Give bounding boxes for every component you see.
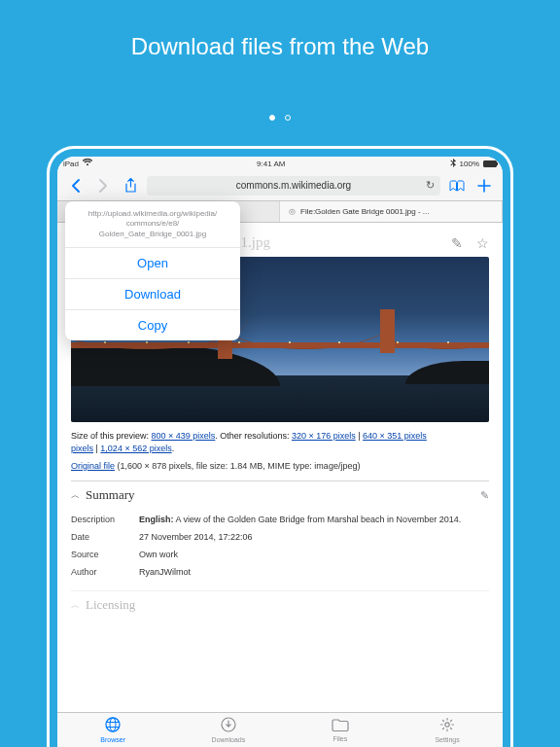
link-res-320[interactable]: 320 × 176 pixels xyxy=(292,431,356,441)
summary-table: DescriptionEnglish: A view of the Golden… xyxy=(71,511,469,581)
link-original-file[interactable]: Original file xyxy=(71,461,115,471)
table-row: AuthorRyanJWilmot xyxy=(71,563,469,581)
reload-icon[interactable]: ↻ xyxy=(426,179,435,192)
section-summary: ︿Summary ✎ DescriptionEnglish: A view of… xyxy=(71,480,489,581)
new-tab-button[interactable] xyxy=(473,175,495,196)
forward-button[interactable] xyxy=(92,175,114,196)
star-icon[interactable]: ☆ xyxy=(476,235,489,251)
tab-file[interactable]: ◎ File:Golden Gate Bridge 0001.jpg - ... xyxy=(280,201,503,222)
page-dot-2 xyxy=(285,115,291,121)
tab-browser[interactable]: Browser xyxy=(100,717,125,743)
promo-headline: Download files from the Web xyxy=(0,0,560,60)
licensing-heading: Licensing xyxy=(86,597,135,613)
download-icon xyxy=(221,717,236,735)
preview-resolutions: Size of this preview: 800 × 439 pixels. … xyxy=(71,430,489,455)
caret-up-icon[interactable]: ︿ xyxy=(71,599,80,612)
table-row: Date27 November 2014, 17:22:06 xyxy=(71,528,469,546)
page-dot-1 xyxy=(269,115,275,121)
table-row: DescriptionEnglish: A view of the Golden… xyxy=(71,511,469,528)
wifi-icon xyxy=(83,159,92,168)
menu-item-open[interactable]: Open xyxy=(65,248,240,279)
device-frame: iPad 9:41 AM 100% xyxy=(47,146,513,747)
status-carrier: iPad xyxy=(63,160,79,168)
tab-downloads[interactable]: Downloads xyxy=(212,717,246,743)
summary-heading: Summary xyxy=(86,487,135,503)
url-bar[interactable]: commons.m.wikimedia.org ↻ xyxy=(147,176,440,196)
svg-point-0 xyxy=(106,718,120,731)
tab-files[interactable]: Files xyxy=(332,718,349,742)
table-row: SourceOwn work xyxy=(71,546,469,563)
svg-point-3 xyxy=(445,723,449,727)
svg-point-1 xyxy=(110,718,116,731)
bottom-tab-bar: Browser Downloads Files Settings xyxy=(57,712,503,747)
battery-icon xyxy=(483,160,497,167)
caret-up-icon[interactable]: ︿ xyxy=(71,489,80,502)
gear-icon xyxy=(439,717,455,735)
bluetooth-icon xyxy=(450,159,456,169)
browser-toolbar: commons.m.wikimedia.org ↻ xyxy=(57,170,503,201)
folder-icon xyxy=(332,718,349,734)
edit-icon[interactable]: ✎ xyxy=(480,489,489,502)
status-bar: iPad 9:41 AM 100% xyxy=(57,157,503,170)
globe-icon xyxy=(105,717,121,735)
url-host: commons.m.wikimedia.org xyxy=(236,180,351,191)
link-res-pixels-prefix[interactable]: pixels xyxy=(71,444,93,453)
original-file-line: Original file (1,600 × 878 pixels, file … xyxy=(71,461,489,471)
page-indicator xyxy=(0,107,560,124)
back-button[interactable] xyxy=(65,175,87,196)
status-time: 9:41 AM xyxy=(257,160,285,168)
menu-item-download[interactable]: Download xyxy=(65,279,240,310)
share-button[interactable] xyxy=(120,175,141,196)
edit-icon[interactable]: ✎ xyxy=(451,235,463,251)
section-licensing: ︿Licensing xyxy=(71,590,489,613)
bookmarks-button[interactable] xyxy=(446,175,468,196)
popover-url-preview: http://upload.wikimedia.org/wikipedia/ c… xyxy=(65,201,240,248)
tab-settings[interactable]: Settings xyxy=(435,717,459,743)
favicon-icon: ◎ xyxy=(288,207,297,216)
tab-label: File:Golden Gate Bridge 0001.jpg - ... xyxy=(300,207,430,216)
share-popover: http://upload.wikimedia.org/wikipedia/ c… xyxy=(65,201,240,340)
status-battery-pct: 100% xyxy=(460,160,479,168)
link-res-800[interactable]: 800 × 439 pixels xyxy=(152,431,216,441)
link-res-640[interactable]: 640 × 351 pixels xyxy=(363,431,427,441)
link-res-1024[interactable]: 1,024 × 562 pixels xyxy=(100,444,171,453)
device-screen: iPad 9:41 AM 100% xyxy=(57,157,503,747)
menu-item-copy[interactable]: Copy xyxy=(65,310,240,340)
